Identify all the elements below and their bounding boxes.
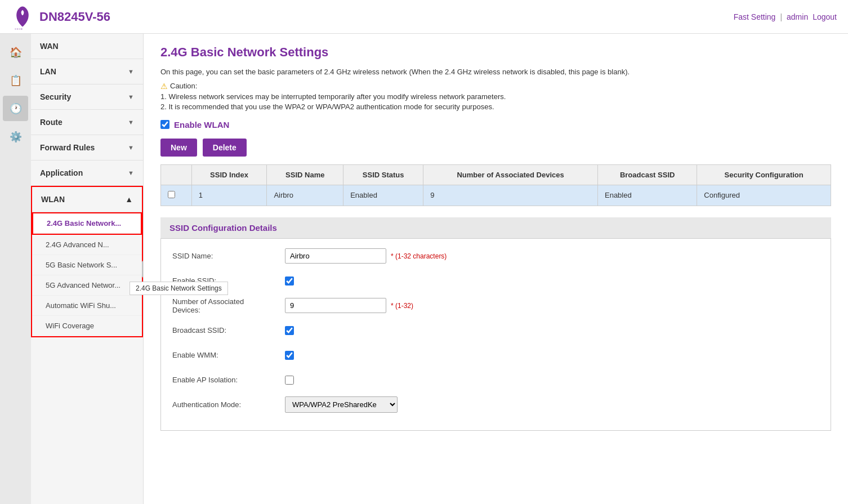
brand-logo: we xyxy=(11,4,34,29)
chevron-down-icon: ▼ xyxy=(128,170,134,176)
chevron-up-icon: ▲ xyxy=(125,195,133,204)
table-row[interactable]: 1 Airbro Enabled 9 Enabled Configured xyxy=(161,185,831,206)
nav-sidebar: ◀ WAN LAN ▼ Security ▼ Route ▼ Forward R… xyxy=(31,34,144,504)
caution-block: ⚠ Caution: 1. Wireless network services … xyxy=(160,82,831,111)
table-header-broadcast-ssid: Broadcast SSID xyxy=(597,164,697,185)
table-header-ssid-index: SSID Index xyxy=(191,164,267,185)
icon-sidebar: 🏠 📋 🕐 ⚙️ xyxy=(0,34,31,504)
auth-mode-label: Authentication Mode: xyxy=(172,400,285,409)
sidebar-subitem-2g-advanced[interactable]: 2.4G Advanced N... xyxy=(32,235,142,255)
page-description: On this page, you can set the basic para… xyxy=(160,66,831,78)
sidebar-item-application-label: Application xyxy=(40,168,83,177)
caution-text-2: 2. It is recommended that you use the WP… xyxy=(160,102,494,111)
enable-wlan-checkbox[interactable] xyxy=(160,120,169,129)
sidebar-item-route-label: Route xyxy=(40,118,63,127)
form-row-enable-wmm: Enable WMM: xyxy=(172,347,819,364)
sidebar-item-wlan[interactable]: WLAN ▲ xyxy=(32,187,142,212)
caution-line-1: 1. Wireless network services may be inte… xyxy=(160,92,831,101)
sidebar-subitem-auto-wifi[interactable]: Automatic WiFi Shu... xyxy=(32,296,142,316)
associated-devices-label: Number of AssociatedDevices: xyxy=(172,297,285,314)
auth-mode-select[interactable]: WPA/WPA2 PreSharedKe WPA2 PreSharedKey W… xyxy=(285,396,398,413)
ssid-name-hint: * (1-32 characters) xyxy=(391,252,447,260)
sidebar-item-forward-rules[interactable]: Forward Rules ▼ xyxy=(31,135,143,160)
broadcast-ssid-checkbox[interactable] xyxy=(285,326,294,335)
sidebar-item-security-label: Security xyxy=(40,92,71,101)
form-row-broadcast-ssid: Broadcast SSID: xyxy=(172,322,819,339)
enable-wmm-label: Enable WMM: xyxy=(172,351,285,359)
associated-devices-hint: * (1-32) xyxy=(391,302,413,310)
enable-wlan-row: Enable WLAN xyxy=(160,120,831,130)
enable-wlan-label: Enable WLAN xyxy=(174,120,229,130)
sidebar-subitem-5g-basic[interactable]: 5G Basic Network S... xyxy=(32,255,142,275)
sidebar-icon-home[interactable]: 🏠 xyxy=(3,39,28,65)
ssid-table: SSID Index SSID Name SSID Status Number … xyxy=(160,164,831,206)
device-name: DN8245V-56 xyxy=(39,10,110,24)
associated-devices-input[interactable] xyxy=(285,298,386,313)
table-cell-status: Enabled xyxy=(343,185,423,206)
caution-label: Caution: xyxy=(170,82,197,90)
sidebar-item-security[interactable]: Security ▼ xyxy=(31,84,143,110)
form-row-ssid-name: SSID Name: * (1-32 characters) xyxy=(172,248,819,265)
collapse-sidebar-button[interactable]: ◀ xyxy=(142,261,144,278)
table-cell-security: Configured xyxy=(697,185,831,206)
sidebar-subitem-wifi-coverage[interactable]: WiFi Coverage xyxy=(32,316,142,336)
fast-setting-link[interactable]: Fast Setting xyxy=(734,12,776,21)
enable-wmm-checkbox[interactable] xyxy=(285,351,294,360)
table-cell-broadcast: Enabled xyxy=(597,185,697,206)
chevron-down-icon: ▼ xyxy=(128,93,134,100)
header-divider: | xyxy=(780,12,782,21)
body-layout: 🏠 📋 🕐 ⚙️ ◀ WAN LAN ▼ Security ▼ Route ▼ … xyxy=(0,34,848,504)
sidebar-item-wan-label: WAN xyxy=(40,42,59,51)
form-row-enable-ssid: Enable SSID: xyxy=(172,273,819,289)
ssid-name-label: SSID Name: xyxy=(172,252,285,260)
table-header-associated-devices: Number of Associated Devices xyxy=(423,164,598,185)
sidebar-subitem-2g-basic-container: 2.4G Basic Network... xyxy=(32,212,142,235)
broadcast-ssid-label: Broadcast SSID: xyxy=(172,326,285,334)
table-header-checkbox xyxy=(161,164,192,185)
ssid-name-input[interactable] xyxy=(285,248,386,264)
ap-isolation-label: Enable AP Isolation: xyxy=(172,376,285,384)
sidebar-icon-add[interactable]: 📋 xyxy=(3,68,28,93)
chevron-down-icon: ▼ xyxy=(128,144,134,151)
sidebar-section-wlan: WLAN ▲ 2.4G Basic Network... 2.4G Advanc… xyxy=(31,186,143,337)
table-header-security-config: Security Configuration xyxy=(697,164,831,185)
delete-button[interactable]: Delete xyxy=(203,139,247,157)
header: we DN8245V-56 Fast Setting | admin Logou… xyxy=(0,0,848,34)
form-row-ap-isolation: Enable AP Isolation: xyxy=(172,372,819,389)
page-title: 2.4G Basic Network Settings xyxy=(160,45,831,60)
row-checkbox[interactable] xyxy=(168,191,175,198)
enable-ssid-checkbox[interactable] xyxy=(285,276,294,286)
table-cell-checkbox[interactable] xyxy=(161,185,192,206)
warning-icon: ⚠ xyxy=(160,82,168,91)
sidebar-item-wan[interactable]: WAN xyxy=(31,34,143,59)
table-cell-devices: 9 xyxy=(423,185,598,206)
sidebar-subitem-2g-basic[interactable]: 2.4G Basic Network... xyxy=(33,213,141,234)
caution-line-2: 2. It is recommended that you use the WP… xyxy=(160,102,831,111)
form-row-associated-devices: Number of AssociatedDevices: * (1-32) xyxy=(172,297,819,314)
table-header-ssid-name: SSID Name xyxy=(267,164,343,185)
caution-header: ⚠ Caution: xyxy=(160,82,831,91)
chevron-down-icon: ▼ xyxy=(128,119,134,126)
logo-area: we DN8245V-56 xyxy=(11,4,110,29)
ap-isolation-checkbox[interactable] xyxy=(285,376,294,385)
sidebar-item-lan-label: LAN xyxy=(40,67,56,76)
sidebar-icon-clock[interactable]: 🕐 xyxy=(3,96,28,121)
sidebar-item-application[interactable]: Application ▼ xyxy=(31,160,143,186)
new-button[interactable]: New xyxy=(160,139,197,157)
main-content: 2.4G Basic Network Settings On this page… xyxy=(144,34,848,504)
sidebar-item-forward-rules-label: Forward Rules xyxy=(40,143,95,152)
sidebar-icon-gear[interactable]: ⚙️ xyxy=(3,124,28,149)
table-cell-index: 1 xyxy=(191,185,267,206)
caution-text-1: 1. Wireless network services may be inte… xyxy=(160,92,506,101)
table-cell-name: Airbro xyxy=(267,185,343,206)
svg-text:we: we xyxy=(15,26,23,30)
sidebar-item-lan[interactable]: LAN ▼ xyxy=(31,59,143,84)
enable-ssid-label: Enable SSID: xyxy=(172,276,285,285)
logout-link[interactable]: Logout xyxy=(813,12,837,21)
admin-link[interactable]: admin xyxy=(787,12,808,21)
sidebar-subitem-5g-advanced[interactable]: 5G Advanced Networ... xyxy=(32,275,142,296)
sidebar-item-route[interactable]: Route ▼ xyxy=(31,110,143,135)
chevron-down-icon: ▼ xyxy=(128,68,134,75)
action-buttons: New Delete xyxy=(160,139,831,157)
sidebar-item-wlan-label: WLAN xyxy=(41,195,65,204)
